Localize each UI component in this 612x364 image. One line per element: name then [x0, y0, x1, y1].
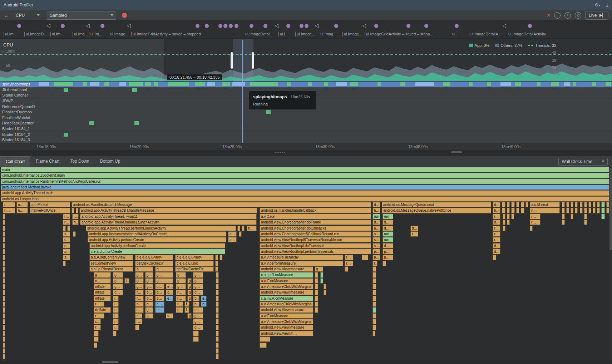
thread-scrollbar-thumb[interactable]	[451, 151, 462, 153]
flame-segment[interactable]	[597, 208, 600, 213]
flame-segment[interactable]: android.view.Choreographer.doFrame	[260, 220, 371, 225]
flame-segment[interactable]	[372, 284, 376, 289]
flame-segment[interactable]	[260, 336, 270, 342]
flame-segment[interactable]	[511, 208, 515, 213]
flame-segment[interactable]	[525, 202, 528, 207]
flame-segment[interactable]: d…	[493, 249, 500, 254]
flame-segment[interactable]	[3, 331, 5, 336]
flame-segment[interactable]: android.view.Choreographer$CallbackRecor…	[260, 231, 371, 237]
reset-zoom-icon[interactable]: ⊘	[575, 12, 581, 19]
flame-segment[interactable]: android.os.Handler.handleCallback	[260, 208, 371, 213]
vertical-scrollbar-thumb[interactable]	[609, 168, 612, 250]
flame-segment[interactable]	[193, 331, 199, 336]
flame-segment[interactable]: a…	[228, 237, 237, 242]
flame-segment[interactable]: android.app.Activity.performCreate	[89, 243, 225, 249]
flame-segment[interactable]: i…	[124, 278, 129, 284]
flame-segment[interactable]: android.app.Instrumentation.callActivity…	[88, 231, 226, 237]
flame-segment[interactable]: g…	[113, 272, 123, 277]
flame-segment[interactable]: android.view.View.measure	[260, 290, 313, 295]
call-chart[interactable]: maincom.android.internal.os.ZygoteInit.m…	[0, 167, 612, 360]
flame-segment[interactable]: g…	[135, 272, 144, 277]
flame-segment[interactable]	[597, 202, 600, 207]
flame-segment[interactable]	[94, 343, 97, 348]
flame-segment[interactable]	[216, 343, 219, 348]
panel-splitter[interactable]: ••••••	[0, 150, 612, 156]
flame-segment[interactable]: r…	[176, 301, 183, 307]
flame-segment[interactable]	[94, 336, 99, 342]
flame-segment[interactable]	[372, 331, 375, 336]
flame-segment[interactable]: inflate	[94, 284, 111, 289]
flame-segment[interactable]: c…	[113, 307, 119, 313]
flame-segment[interactable]: n…	[3, 202, 15, 207]
flame-segment[interactable]: s…	[372, 243, 380, 249]
flame-segment[interactable]: o…	[94, 278, 111, 284]
flame-segment[interactable]: a.w.F.onMeasure	[260, 278, 313, 284]
flame-segment[interactable]: a.v.V.measureHierarchy	[260, 255, 343, 260]
event-timeline[interactable]: ◁◁◁◁◁◁◁ui.Im...ui.ImageD...ui.Im...ui.Im…	[0, 21, 612, 39]
flame-segment[interactable]	[372, 301, 376, 307]
flame-segment[interactable]: h…	[493, 208, 500, 213]
cpu-usage-chart[interactable]: CPU App: 0%Others: 27%Threads: 33 00:18:…	[0, 39, 612, 82]
flame-segment[interactable]	[372, 296, 376, 301]
flame-segment[interactable]	[3, 214, 5, 219]
flame-segment[interactable]: android.view.View.measure	[260, 266, 313, 272]
flame-segment[interactable]: l…	[113, 301, 119, 307]
flame-segment[interactable]	[315, 307, 318, 313]
flame-segment[interactable]	[566, 202, 569, 207]
flame-segment[interactable]: d…	[493, 202, 500, 207]
flame-segment[interactable]: g…	[145, 284, 153, 289]
flame-segment[interactable]: e…	[201, 296, 207, 301]
flame-segment[interactable]	[3, 354, 5, 359]
flame-segment[interactable]: n…	[530, 208, 560, 213]
flame-segment[interactable]: s…	[63, 249, 70, 254]
flame-segment[interactable]	[216, 348, 219, 354]
flame-segment[interactable]	[345, 266, 348, 272]
flame-segment[interactable]: android.app.ActivityThread.performLaunch…	[86, 226, 236, 231]
flame-segment[interactable]	[372, 278, 376, 284]
flame-segment[interactable]	[382, 261, 386, 266]
flame-segment[interactable]: h…	[72, 220, 79, 225]
flame-segment[interactable]	[521, 208, 524, 213]
flame-segment[interactable]	[324, 284, 326, 289]
flame-segment[interactable]	[3, 284, 5, 289]
tab-bottom-up[interactable]: Bottom Up	[95, 156, 126, 167]
flame-segment[interactable]: l…	[113, 296, 119, 301]
flame-segment[interactable]	[507, 220, 510, 225]
flame-segment[interactable]: r…	[135, 313, 142, 319]
flame-segment[interactable]: rInflate	[94, 307, 111, 313]
flame-segment[interactable]	[584, 202, 587, 207]
flame-segment[interactable]: p…	[372, 226, 380, 231]
flame-segment[interactable]	[216, 296, 219, 301]
sampling-mode-dropdown[interactable]: Sampled	[47, 11, 116, 20]
flame-segment[interactable]	[601, 214, 605, 219]
flame-segment[interactable]: g…	[176, 284, 186, 289]
flame-segment[interactable]: d…	[372, 220, 380, 225]
flame-segment[interactable]	[3, 307, 5, 313]
thread-row[interactable]: splayingbitmaps	[0, 82, 612, 87]
flame-segment[interactable]: g…	[187, 278, 192, 284]
flame-segment[interactable]	[372, 319, 376, 324]
flame-segment[interactable]	[315, 290, 318, 295]
flame-segment[interactable]	[216, 278, 219, 284]
flame-segment[interactable]: s…	[372, 231, 380, 237]
flame-segment[interactable]: g…	[145, 290, 153, 295]
flame-segment[interactable]: android.app.Activity.performCreate	[88, 237, 226, 242]
flame-segment[interactable]	[216, 319, 219, 324]
flame-segment[interactable]: o…	[193, 307, 203, 313]
flame-segment[interactable]	[521, 202, 524, 207]
flame-segment[interactable]	[3, 220, 5, 225]
flame-segment[interactable]: b…	[193, 296, 199, 301]
flame-segment[interactable]: g…	[145, 296, 153, 301]
flame-segment[interactable]: c.e.a.d.u.l.<init>	[135, 255, 173, 260]
flame-segment[interactable]: g…	[145, 307, 153, 313]
flame-segment[interactable]	[216, 325, 219, 330]
thread-row[interactable]: FinalizerDaemon	[0, 109, 612, 115]
thread-row[interactable]: Binder:16184_2	[0, 132, 612, 137]
flame-segment[interactable]: main	[1, 167, 609, 172]
flame-segment[interactable]: d…	[382, 220, 393, 225]
flame-segment[interactable]: com.android.internal.os.ZygoteInit.main	[1, 173, 609, 178]
flame-segment[interactable]: android.view.ViewRootImpl$TraversalRunna…	[260, 237, 371, 242]
zoom-in-icon[interactable]: +	[564, 12, 571, 19]
flame-segment[interactable]	[372, 307, 376, 313]
flame-segment[interactable]	[493, 255, 496, 260]
